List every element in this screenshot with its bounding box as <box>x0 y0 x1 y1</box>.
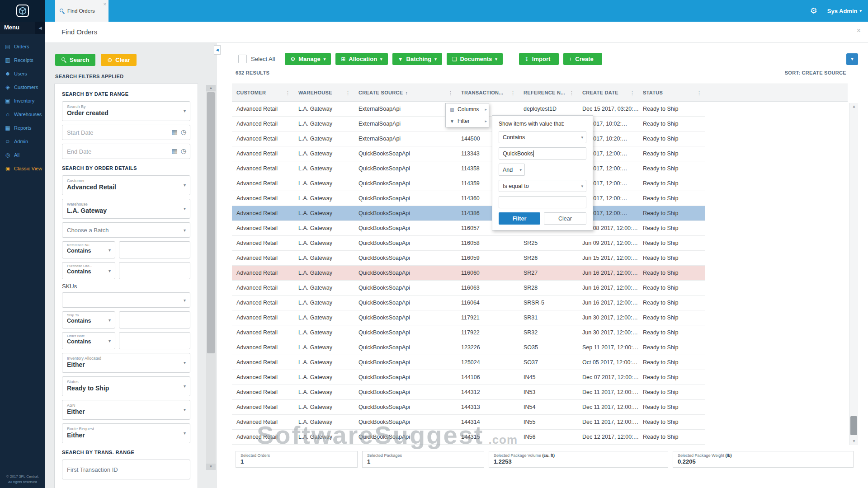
gear-icon[interactable]: ⚙ <box>810 6 817 16</box>
sidebar-item[interactable]: ◉ Classic View <box>0 162 45 175</box>
filter-clear-button[interactable]: Clear <box>544 212 586 225</box>
table-row[interactable]: Advanced Retail L.A. Gateway QuickBooksS… <box>232 355 705 370</box>
table-row[interactable]: Advanced Retail L.A. Gateway QuickBooksS… <box>232 430 705 445</box>
sidebar-collapse-button[interactable]: ◀ <box>35 22 45 34</box>
ship-to-input[interactable] <box>119 311 190 328</box>
table-row[interactable]: Advanced Retail L.A. Gateway QuickBooksS… <box>232 400 705 415</box>
sidebar-item[interactable]: ◈ Customers <box>0 80 45 94</box>
filter-apply-button[interactable]: Filter <box>499 212 540 225</box>
order-note-input[interactable] <box>119 332 190 349</box>
toolbar-button[interactable]: ⚙ Manage ▾ <box>285 53 331 65</box>
scrollbar-thumb[interactable] <box>850 416 857 435</box>
clock-icon[interactable]: ◷ <box>181 147 186 155</box>
select-all[interactable]: Select All <box>238 55 275 63</box>
context-menu-item[interactable]: ▼ Filter ▸ <box>446 115 489 127</box>
sidebar-item[interactable]: ☺ Admin <box>0 135 45 148</box>
column-header[interactable]: CUSTOMER ⋮ <box>232 84 294 101</box>
column-header[interactable]: TRANSACTION... ⋮ <box>457 84 519 101</box>
table-row[interactable]: Advanced Retail L.A. Gateway QuickBooksS… <box>232 251 705 266</box>
column-menu-icon[interactable]: ⋮ <box>448 90 453 96</box>
toolbar-button[interactable]: + Create <box>563 53 602 65</box>
page-close-icon[interactable]: × <box>857 27 861 35</box>
warehouse-select[interactable]: Warehouse L.A. Gateway ▾ <box>62 199 190 219</box>
order-note-operator-select[interactable]: Order Note Contains ▾ <box>62 332 115 349</box>
sidebar-item[interactable]: ▥ Receipts <box>0 53 45 67</box>
sidebar-item[interactable]: ▦ Reports <box>0 121 45 135</box>
scroll-up-icon[interactable]: ▲ <box>849 103 859 110</box>
purchase-operator-select[interactable]: Purchase Ord... Contains ▾ <box>62 262 115 279</box>
filter-operator1-select[interactable]: Contains ▾ <box>499 131 586 143</box>
panel-collapse-button[interactable]: ◀ <box>214 45 221 55</box>
batch-select[interactable]: Choose a Batch ▾ <box>62 222 190 238</box>
scrollbar-thumb[interactable] <box>207 92 215 353</box>
column-menu-icon[interactable]: ⋮ <box>630 90 635 96</box>
table-row[interactable]: Advanced Retail L.A. Gateway QuickBooksS… <box>232 325 705 340</box>
column-header[interactable]: REFERENCE N... ⋮ <box>519 84 578 101</box>
calendar-icon[interactable]: ▦ <box>172 147 178 155</box>
sidebar-item[interactable]: ◎ All <box>0 148 45 162</box>
table-row[interactable]: Advanced Retail L.A. Gateway QuickBooksS… <box>232 415 705 430</box>
tab-close-icon[interactable]: × <box>104 1 106 7</box>
inventory-allocated-select[interactable]: Inventory Allocated Either ▾ <box>62 353 190 373</box>
column-header[interactable]: CREATE DATE ⋮ <box>578 84 638 101</box>
sidebar-item[interactable]: ▣ Inventory <box>0 94 45 108</box>
search-by-select[interactable]: Search By Order created ▾ <box>62 101 190 121</box>
scroll-down-icon[interactable]: ▼ <box>849 438 859 445</box>
table-row[interactable]: Advanced Retail L.A. Gateway QuickBooksS… <box>232 206 705 221</box>
column-menu-icon[interactable]: ⋮ <box>510 90 516 96</box>
filters-scrollbar[interactable]: ▲ ▼ <box>206 85 216 470</box>
tab-find-orders[interactable]: Find Orders × <box>55 0 108 22</box>
status-select[interactable]: Status Ready to Ship ▾ <box>62 376 190 396</box>
asn-select[interactable]: ASN Either ▾ <box>62 400 190 420</box>
column-menu-icon[interactable]: ⋮ <box>345 90 351 96</box>
start-date-input[interactable] <box>62 125 190 140</box>
filter-value2-input[interactable] <box>499 196 586 208</box>
first-transaction-input[interactable]: First Transaction ID <box>62 460 190 479</box>
clock-icon[interactable]: ◷ <box>181 128 186 136</box>
column-header[interactable]: WAREHOUSE ⋮ <box>294 84 354 101</box>
route-request-select[interactable]: Route Request Either ▾ <box>62 423 190 443</box>
reference-operator-select[interactable]: Reference Nu... Contains ▾ <box>62 241 115 258</box>
column-menu-icon[interactable]: ⋮ <box>569 90 575 96</box>
filter-logic-select[interactable]: And ▾ <box>499 164 525 176</box>
filter-value1-input[interactable]: QuickBooks <box>499 147 586 160</box>
reference-number-input[interactable] <box>119 241 190 258</box>
table-row[interactable]: Advanced Retail L.A. Gateway QuickBooksS… <box>232 176 705 191</box>
user-menu[interactable]: Sys Admin ▾ <box>827 8 862 14</box>
table-row[interactable]: Advanced Retail L.A. Gateway QuickBooksS… <box>232 385 705 400</box>
purchase-order-input[interactable] <box>119 262 190 279</box>
toolbar-button[interactable]: ❏ Documents ▾ <box>447 53 503 65</box>
toolbar-button[interactable]: ▼ Batching ▾ <box>392 53 442 65</box>
calendar-icon[interactable]: ▦ <box>172 128 178 136</box>
sidebar-item[interactable]: ☻ Users <box>0 67 45 80</box>
scroll-up-icon[interactable]: ▲ <box>206 85 216 91</box>
column-menu-icon[interactable]: ⋮ <box>285 90 291 96</box>
table-row[interactable]: Advanced Retail L.A. Gateway QuickBooksS… <box>232 191 705 206</box>
ship-to-operator-select[interactable]: Ship To Contains ▾ <box>62 311 115 328</box>
select-all-checkbox[interactable] <box>238 55 247 63</box>
scroll-down-icon[interactable]: ▼ <box>206 464 216 470</box>
table-row[interactable]: Advanced Retail L.A. Gateway QuickBooksS… <box>232 281 705 296</box>
filter-operator2-select[interactable]: Is equal to ▾ <box>499 180 586 192</box>
table-row[interactable]: Advanced Retail L.A. Gateway QuickBooksS… <box>232 266 705 281</box>
table-row[interactable]: Advanced Retail L.A. Gateway QuickBooksS… <box>232 221 705 236</box>
column-header[interactable]: CREATE SOURCE ↑ ⋮ <box>354 84 457 101</box>
end-date-input[interactable] <box>62 144 190 159</box>
table-row[interactable]: Advanced Retail L.A. Gateway ExternalSoa… <box>232 131 705 146</box>
table-scrollbar[interactable]: ▲ ▼ <box>849 103 858 445</box>
app-logo[interactable] <box>0 0 45 22</box>
sidebar-item[interactable]: ▤ Orders <box>0 40 45 53</box>
column-header[interactable]: STATUS ⋮ <box>638 84 705 101</box>
table-row[interactable]: Advanced Retail L.A. Gateway QuickBooksS… <box>232 161 705 176</box>
skus-select[interactable]: ▾ <box>62 292 190 308</box>
table-row[interactable]: Advanced Retail L.A. Gateway QuickBooksS… <box>232 370 705 385</box>
table-row[interactable]: Advanced Retail L.A. Gateway QuickBooksS… <box>232 310 705 325</box>
table-row[interactable]: Advanced Retail L.A. Gateway QuickBooksS… <box>232 296 705 310</box>
table-row[interactable]: Advanced Retail L.A. Gateway QuickBooksS… <box>232 236 705 251</box>
clear-button[interactable]: ⊖ Clear <box>101 54 136 66</box>
customer-select[interactable]: Customer Advanced Retail ▾ <box>62 175 190 195</box>
context-menu-item[interactable]: ▥ Columns ▸ <box>446 103 489 115</box>
table-row[interactable]: Advanced Retail L.A. Gateway QuickBooksS… <box>232 340 705 355</box>
toolbar-button[interactable]: ⊞ Allocation ▾ <box>335 53 387 65</box>
search-button[interactable]: Search <box>55 54 95 66</box>
